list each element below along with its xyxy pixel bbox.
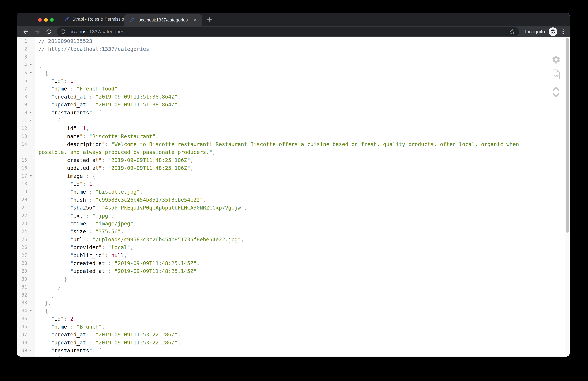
raw-view-icon[interactable]: RAW [552, 69, 560, 80]
settings-gear-icon[interactable] [551, 55, 561, 64]
incognito-label: Incognito [525, 29, 545, 34]
line-number: 14 [17, 140, 27, 148]
code-line: 38 "updated_at": "2019-09-09T11:53:22.28… [17, 339, 570, 347]
code-line: 9 "updated_at": "2019-09-09T11:51:38.864… [17, 101, 570, 109]
code-text: "provider": "local", [35, 243, 133, 251]
gutter: 38 [17, 339, 35, 347]
line-number: 7 [17, 85, 27, 93]
gutter: 9 [17, 101, 35, 109]
line-number: 4 [17, 61, 27, 69]
incognito-avatar-icon[interactable] [549, 27, 557, 36]
code-text: "restaurants": [ [35, 347, 102, 354]
gutter: 34▼ [17, 307, 35, 315]
collapse-toggle-icon[interactable]: ▼ [27, 172, 35, 180]
collapse-toggle-icon[interactable]: ▼ [27, 347, 35, 354]
back-button[interactable] [22, 28, 29, 35]
site-info-icon[interactable] [60, 29, 66, 35]
gutter: 33 [17, 299, 35, 307]
line-number: 22 [17, 212, 27, 220]
code-text: // 20190909135523 [35, 37, 92, 45]
gutter: 17▼ [17, 172, 35, 180]
json-viewer-content: 1// 201909091355232// http://localhost:1… [17, 37, 570, 357]
code-line: 26 "provider": "local", [17, 243, 570, 251]
url-text[interactable]: localhost:1337/categories [68, 29, 509, 34]
code-line: 12 "id": 1, [17, 124, 570, 132]
code-line: 5▼ { [17, 69, 570, 77]
zoom-window-button[interactable] [50, 18, 54, 22]
gutter: 3 [17, 53, 35, 61]
code-line: 20 "hash": "c99583c3c26b454b851735f8ebe5… [17, 196, 570, 204]
code-text: "created_at": "2019-09-09T11:48:25.145Z"… [35, 259, 200, 267]
line-number: 38 [17, 339, 27, 347]
line-number: 16 [17, 164, 27, 172]
bookmark-star-icon[interactable] [509, 28, 515, 35]
line-number: 29 [17, 267, 27, 275]
code-text: { [35, 307, 48, 315]
line-number: 2 [17, 45, 27, 53]
code-line: 31 } [17, 283, 570, 291]
code-text: "name": "biscotte.jpg", [35, 188, 143, 196]
collapse-toggle-icon[interactable]: ▼ [27, 307, 35, 315]
gutter: 39▼ [17, 347, 35, 354]
gutter: 27 [17, 251, 35, 259]
collapse-toggle-icon[interactable]: ▼ [27, 69, 35, 77]
code-text: } [35, 283, 61, 291]
code-text: { [35, 69, 48, 77]
gutter: 29 [17, 267, 35, 275]
tab-label: localhost:1337/categories [137, 18, 192, 23]
gutter: 40 [17, 355, 35, 357]
tab-localhost-categories[interactable]: localhost:1337/categories [124, 14, 202, 26]
close-window-button[interactable] [38, 18, 42, 22]
browser-window: Strapi - Roles & Permissions localhost:1… [17, 13, 570, 357]
minimize-window-button[interactable] [44, 18, 48, 22]
code-text: "updated_at": "2019-09-09T11:48:25.145Z" [35, 267, 197, 275]
gutter: 30 [17, 275, 35, 283]
code-text: "updated_at": "2019-09-09T11:53:22.286Z"… [35, 339, 181, 347]
line-number: 11 [17, 117, 27, 124]
expand-all-icon[interactable] [553, 93, 560, 98]
line-number: 19 [17, 188, 27, 196]
line-number: 20 [17, 196, 27, 204]
gutter: 36 [17, 323, 35, 331]
gutter: 18 [17, 180, 35, 188]
code-line: 2// http://localhost:1337/categories [17, 45, 570, 53]
gutter: 12 [17, 124, 35, 132]
line-number: 34 [17, 307, 27, 315]
browser-menu-icon[interactable] [559, 28, 567, 35]
code-text: "created_at": "2019-09-09T11:51:38.864Z"… [35, 93, 181, 101]
gutter: 5▼ [17, 69, 35, 77]
code-line: 36 "name": "Brunch", [17, 323, 570, 331]
code-line: 4▼[ [17, 61, 570, 69]
collapse-toggle-icon[interactable]: ▼ [27, 61, 35, 69]
code-text: "id": 1, [35, 124, 89, 132]
gutter: 6 [17, 77, 35, 85]
gutter: 8 [17, 93, 35, 101]
scrollbar-thumb[interactable] [566, 38, 569, 233]
code-line: 23 "mime": "image/jpeg", [17, 220, 570, 228]
line-number: 5 [17, 69, 27, 77]
collapse-toggle-icon[interactable]: ▼ [27, 109, 35, 117]
gutter: 10▼ [17, 109, 35, 117]
code-line: 39▼ "restaurants": [ [17, 347, 570, 354]
address-bar[interactable]: localhost:1337/categories [57, 27, 519, 36]
collapse-all-icon[interactable] [553, 86, 560, 91]
code-line: 34▼ { [17, 307, 570, 315]
gutter: 21 [17, 204, 35, 212]
forward-button[interactable] [34, 28, 41, 35]
line-number: 17 [17, 172, 27, 180]
line-number: 32 [17, 291, 27, 299]
reload-button[interactable] [45, 28, 52, 35]
line-number: 25 [17, 236, 27, 243]
code-text: } [35, 275, 67, 283]
line-number: 10 [17, 109, 27, 117]
code-line: 32 ] [17, 291, 570, 299]
code-line: 11▼ { [17, 117, 570, 124]
line-number: 6 [17, 77, 27, 85]
new-tab-button[interactable] [205, 15, 214, 24]
tab-close-icon[interactable] [192, 18, 198, 23]
code-text: [ [35, 61, 42, 69]
collapse-toggle-icon[interactable]: ▼ [27, 117, 35, 124]
scrollbar[interactable] [565, 37, 570, 357]
code-text: "hash": "c99583c3c26b454b851735f8ebe54e2… [35, 196, 206, 204]
code-line: 14 "description": "Welcome to Biscotte r… [17, 140, 570, 148]
